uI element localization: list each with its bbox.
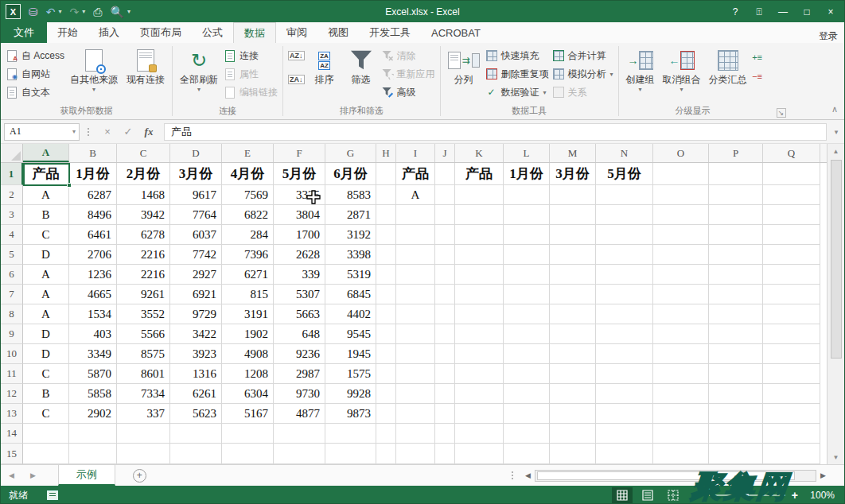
cell-O4[interactable]: [653, 225, 709, 245]
cell-O9[interactable]: [653, 324, 709, 344]
tab-data[interactable]: 数据: [233, 22, 276, 43]
cell-H14[interactable]: [376, 424, 396, 444]
cell-F2[interactable]: 3325: [274, 185, 325, 205]
column-header-A[interactable]: A: [23, 144, 69, 162]
cell-D14[interactable]: [170, 424, 222, 444]
consolidate-button[interactable]: 合并计算: [551, 48, 615, 64]
cell-J7[interactable]: [435, 285, 455, 304]
cell-M11[interactable]: [550, 364, 596, 384]
cell-A1[interactable]: 产品: [23, 163, 69, 185]
cell-J5[interactable]: [435, 245, 455, 265]
cell-A2[interactable]: A: [23, 185, 69, 205]
existing-connections-button[interactable]: 现有连接: [123, 45, 169, 86]
sign-in-link[interactable]: 登录: [819, 29, 844, 43]
cell-L4[interactable]: [504, 225, 550, 245]
row-header-9[interactable]: 9: [1, 324, 23, 344]
formula-bar-input[interactable]: 产品: [164, 123, 827, 141]
cell-E1[interactable]: 4月份: [222, 163, 274, 185]
column-header-N[interactable]: N: [596, 144, 653, 162]
cell-H13[interactable]: [376, 404, 396, 424]
page-layout-view-button[interactable]: [637, 487, 658, 503]
refresh-all-button[interactable]: ↻ 全部刷新 ▾: [176, 45, 222, 93]
cell-B7[interactable]: 4665: [69, 285, 117, 304]
cell-O15[interactable]: [653, 444, 709, 464]
row-header-11[interactable]: 11: [1, 364, 23, 384]
cell-L2[interactable]: [504, 185, 550, 205]
minimize-button[interactable]: —: [773, 4, 793, 20]
cell-K2[interactable]: [455, 185, 504, 205]
cell-L13[interactable]: [504, 404, 550, 424]
tab-page-layout[interactable]: 页面布局: [130, 22, 192, 43]
cell-I4[interactable]: [396, 225, 435, 245]
cell-E6[interactable]: 6271: [222, 265, 274, 285]
cell-E15[interactable]: [222, 444, 274, 464]
cell-E9[interactable]: 1902: [222, 324, 274, 344]
cell-H5[interactable]: [376, 245, 396, 265]
cell-M15[interactable]: [550, 444, 596, 464]
cell-K14[interactable]: [455, 424, 504, 444]
from-other-sources-button[interactable]: 自其他来源 ▾: [66, 45, 122, 93]
column-header-B[interactable]: B: [69, 144, 117, 162]
cell-M9[interactable]: [550, 324, 596, 344]
cell-G2[interactable]: 8583: [325, 185, 376, 205]
cell-P6[interactable]: [709, 265, 763, 285]
cell-P2[interactable]: [709, 185, 763, 205]
cell-A12[interactable]: B: [23, 384, 69, 404]
cell-N9[interactable]: [596, 324, 653, 344]
cell-M6[interactable]: [550, 265, 596, 285]
page-break-view-button[interactable]: [663, 487, 683, 503]
cell-Q4[interactable]: [763, 225, 820, 245]
cell-E7[interactable]: 815: [222, 285, 274, 304]
cell-Q14[interactable]: [763, 424, 820, 444]
cell-J15[interactable]: [435, 444, 455, 464]
cell-H7[interactable]: [376, 285, 396, 304]
cell-A3[interactable]: B: [23, 205, 69, 225]
normal-view-button[interactable]: [612, 487, 633, 503]
cell-H6[interactable]: [376, 265, 396, 285]
zoom-slider-thumb[interactable]: [746, 491, 749, 499]
cell-F4[interactable]: 1700: [274, 225, 325, 245]
macro-record-icon[interactable]: [47, 490, 58, 500]
cell-P4[interactable]: [709, 225, 763, 245]
cell-F15[interactable]: [274, 444, 325, 464]
cell-J10[interactable]: [435, 344, 455, 364]
cell-B3[interactable]: 8496: [69, 205, 117, 225]
flash-fill-button[interactable]: 快速填充: [484, 48, 551, 64]
cell-H1[interactable]: [376, 163, 396, 185]
cell-E11[interactable]: 1208: [222, 364, 274, 384]
cell-D6[interactable]: 2927: [170, 265, 222, 285]
ribbon-display-options-button[interactable]: ⍐: [749, 4, 769, 20]
cell-D8[interactable]: 9729: [170, 304, 222, 324]
cell-H12[interactable]: [376, 384, 396, 404]
cell-N10[interactable]: [596, 344, 653, 364]
cell-M12[interactable]: [550, 384, 596, 404]
cell-D10[interactable]: 3923: [170, 344, 222, 364]
cell-N11[interactable]: [596, 364, 653, 384]
cell-F11[interactable]: 2987: [274, 364, 325, 384]
cell-B6[interactable]: 1236: [69, 265, 117, 285]
cell-Q10[interactable]: [763, 344, 820, 364]
row-header-2[interactable]: 2: [1, 185, 23, 205]
new-sheet-button[interactable]: +: [133, 469, 146, 483]
cell-K11[interactable]: [455, 364, 504, 384]
scroll-right-icon[interactable]: ▶: [816, 471, 830, 479]
cell-B10[interactable]: 3349: [69, 344, 117, 364]
cell-F14[interactable]: [274, 424, 325, 444]
cell-C10[interactable]: 8575: [117, 344, 170, 364]
cell-C5[interactable]: 2216: [117, 245, 170, 265]
from-access-button[interactable]: A 自 Access: [4, 48, 66, 64]
cell-B4[interactable]: 6461: [69, 225, 117, 245]
cell-B5[interactable]: 2706: [69, 245, 117, 265]
row-header-14[interactable]: 14: [1, 424, 23, 444]
cell-L11[interactable]: [504, 364, 550, 384]
row-header-5[interactable]: 5: [1, 245, 23, 265]
cell-G4[interactable]: 3192: [325, 225, 376, 245]
cell-E13[interactable]: 5167: [222, 404, 274, 424]
cell-M14[interactable]: [550, 424, 596, 444]
outline-dialog-launcher-icon[interactable]: ↘: [777, 108, 786, 118]
formula-bar-splitter[interactable]: [83, 128, 94, 136]
tab-scrollbar-splitter[interactable]: [504, 471, 521, 479]
cell-O1[interactable]: [653, 163, 709, 185]
tab-file[interactable]: 文件: [1, 22, 47, 43]
cell-L12[interactable]: [504, 384, 550, 404]
